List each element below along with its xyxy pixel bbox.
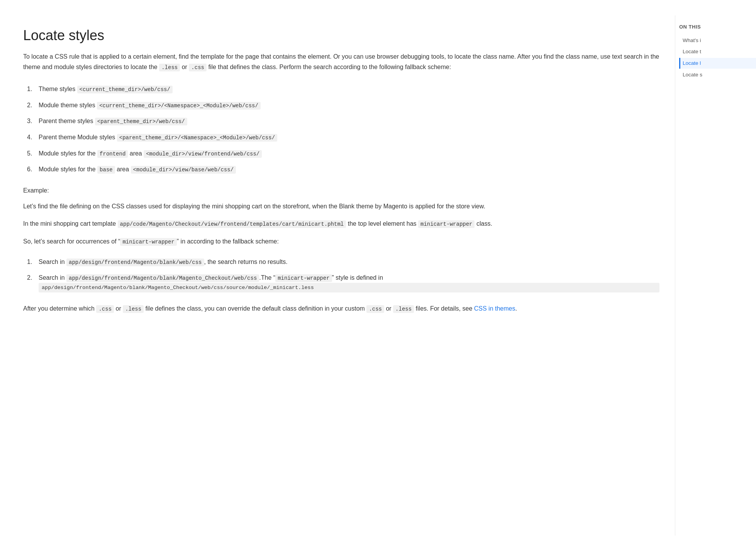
search-item-prefix: Search in [39, 274, 66, 281]
example-label: Example: [23, 185, 659, 196]
list-item: Parent theme Module styles <parent_theme… [23, 129, 659, 145]
example-paragraph-1: Let’s find the file defining on the CSS … [23, 201, 659, 211]
template-end2-text: class. [475, 220, 492, 227]
template-class-code: minicart-wrapper [418, 220, 475, 228]
search-end-text: ” in according to the fallback scheme: [177, 238, 279, 245]
sidebar-heading: ON THIS [679, 23, 756, 31]
search-item-code: app/design/frontend/Magento/blank/web/cs… [66, 259, 204, 266]
search-list: Search in app/design/frontend/Magento/bl… [23, 254, 659, 296]
search-item-code1: app/design/frontend/Magento/blank/Magent… [66, 274, 259, 282]
list-item-code: <current_theme_dir>/<Namespace>_<Module>… [97, 102, 261, 110]
list-item-prefix: Parent theme Module styles [39, 134, 117, 140]
list-item-area-label: area [128, 150, 144, 157]
intro-text-end: file that defines the class. Perform the… [207, 64, 451, 70]
list-item-code-area: frontend [97, 150, 128, 158]
final-text-end: files. For details, see [414, 305, 474, 312]
final-text-mid: file defines the class, you can override… [144, 305, 366, 312]
main-content: Locate styles To locate a CSS rule that … [0, 15, 675, 536]
search-item-mid: .The “ [259, 274, 275, 281]
list-item-prefix: Parent theme styles [39, 118, 95, 124]
list-item-code: <current_theme_dir>/web/css/ [77, 86, 173, 93]
template-path-code: app/code/Magento/Checkout/view/frontend/… [118, 220, 346, 228]
list-item-prefix: Theme styles [39, 86, 77, 92]
list-item-code: <parent_theme_dir>/<Namespace>_<Module>/… [117, 134, 277, 142]
list-item: Module styles for the frontend area <mod… [23, 145, 659, 162]
search-intro-text: So, let’s search for occurrences of “ [23, 238, 120, 245]
final-code-css2: .css [366, 305, 384, 313]
sidebar-link-locate-l[interactable]: Locate l [679, 58, 756, 69]
sidebar-item-locate-s[interactable]: Locate s [679, 69, 756, 80]
template-paragraph: In the mini shopping cart template app/c… [23, 218, 659, 229]
search-list-item-2: Search in app/design/frontend/Magento/bl… [23, 270, 659, 296]
sidebar-item-locate-l[interactable]: Locate l [679, 58, 756, 69]
final-code-less2: .less [393, 305, 414, 313]
final-period: . [515, 305, 517, 312]
list-item-code-area: base [97, 166, 115, 174]
sidebar: ON THIS What's i Locate t Locate l Locat… [675, 15, 756, 536]
list-item-prefix: Module styles for the [39, 166, 97, 172]
search-list-item-1: Search in app/design/frontend/Magento/bl… [23, 254, 659, 270]
fallback-list: Theme styles <current_theme_dir>/web/css… [23, 81, 659, 177]
template-intro-text: In the mini shopping cart template [23, 220, 118, 227]
search-intro-paragraph: So, let’s search for occurrences of “min… [23, 236, 659, 247]
css-in-themes-link[interactable]: CSS in themes [474, 305, 515, 312]
search-code: minicart-wrapper [120, 238, 176, 246]
list-item-area-label: area [115, 166, 131, 172]
intro-paragraph: To locate a CSS rule that is applied to … [23, 51, 659, 73]
final-code-less: .less [123, 305, 144, 313]
search-item-prefix: Search in [39, 259, 66, 265]
template-end-text: the top level element has [346, 220, 418, 227]
sidebar-link-whats[interactable]: What's i [679, 35, 756, 46]
final-text-or1: or [114, 305, 123, 312]
final-text-start: After you determine which [23, 305, 96, 312]
final-paragraph: After you determine which .css or .less … [23, 303, 659, 314]
list-item: Parent theme styles <parent_theme_dir>/w… [23, 113, 659, 129]
list-item: Module theme styles <current_theme_dir>/… [23, 97, 659, 113]
list-item-code: <parent_theme_dir>/web/css/ [95, 118, 187, 125]
list-item-code-path: <module_dir>/view/base/web/css/ [131, 166, 236, 174]
search-item-code2: minicart-wrapper [275, 274, 332, 282]
list-item-prefix: Module theme styles [39, 102, 97, 108]
sidebar-item-whats[interactable]: What's i [679, 35, 756, 46]
list-item: Module styles for the base area <module_… [23, 161, 659, 177]
search-item-suffix: , the search returns no results. [204, 259, 288, 265]
list-item: Theme styles <current_theme_dir>/web/css… [23, 81, 659, 97]
search-item-mid2: ” style is defined in [332, 274, 383, 281]
page-title: Locate styles [23, 27, 659, 44]
sidebar-item-locate-t[interactable]: Locate t [679, 46, 756, 57]
final-code-css: .css [96, 305, 114, 313]
list-item-prefix: Module styles for the [39, 150, 97, 157]
intro-code-css: .css [189, 64, 207, 71]
sidebar-link-locate-s[interactable]: Locate s [679, 69, 756, 80]
intro-code-less: .less [159, 64, 180, 71]
intro-text-or: or [180, 64, 189, 70]
list-item-code-path: <module_dir>/view/frontend/web/css/ [144, 150, 262, 158]
sidebar-link-locate-t[interactable]: Locate t [679, 46, 756, 57]
final-text-or2: or [384, 305, 393, 312]
sidebar-nav: What's i Locate t Locate l Locate s [679, 35, 756, 80]
search-item-code3: app/design/frontend/Magento/blank/Magent… [39, 283, 659, 293]
